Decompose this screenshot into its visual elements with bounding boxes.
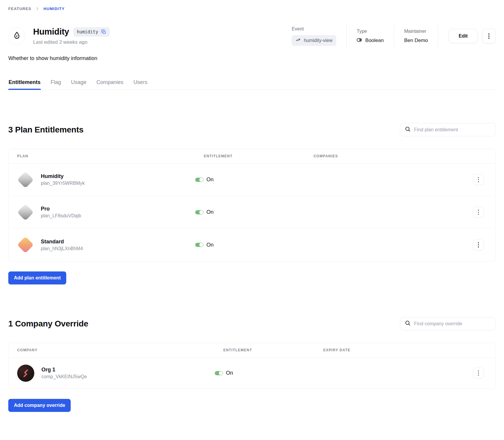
add-company-override-button[interactable]: Add company override — [8, 399, 71, 412]
column-header-companies: Companies — [305, 154, 473, 158]
row-kebab-menu-button[interactable] — [473, 240, 484, 250]
breadcrumb-humidity: HUMIDITY — [43, 7, 65, 11]
column-header-plan: Plan — [9, 154, 195, 158]
plan-name: Humidity — [41, 173, 85, 179]
search-icon — [405, 320, 411, 327]
maintainer-label: Maintainer — [404, 29, 428, 34]
column-header-company: Company — [9, 348, 215, 352]
tab-users[interactable]: Users — [133, 77, 148, 90]
company-avatar — [17, 365, 34, 382]
entitlement-toggle[interactable]: On — [195, 242, 305, 248]
plan-table-header: Plan Entitlement Companies — [9, 149, 495, 164]
company-override-table: Company Entitlement Expiry Date Org 1 co… — [8, 343, 496, 389]
company-override-search-input[interactable] — [414, 321, 491, 326]
plan-name: Pro — [41, 206, 81, 212]
tab-flag[interactable]: Flag — [50, 77, 61, 90]
kebab-icon — [478, 371, 479, 376]
chevron-right-icon — [35, 7, 39, 11]
breadcrumb: FEATURES HUMIDITY — [8, 7, 496, 11]
plan-id: plan_hN3jLXnBhM4 — [41, 246, 83, 251]
feature-detail-page: FEATURES HUMIDITY Humidity humidity — [0, 0, 504, 424]
feature-key-badge: humidity — [73, 27, 110, 37]
copy-icon[interactable] — [101, 29, 106, 34]
entitlement-state: On — [206, 242, 214, 248]
entitlement-state: On — [226, 370, 233, 376]
plan-entitlement-search[interactable] — [400, 123, 496, 136]
last-edited-text: Last edited 2 weeks ago — [33, 39, 282, 45]
kebab-icon — [478, 210, 479, 215]
trending-up-icon — [295, 37, 301, 44]
table-row-company-org1[interactable]: Org 1 comp_VkKEtNJ5wQe On — [9, 358, 495, 389]
row-kebab-menu-button[interactable] — [473, 174, 484, 185]
feature-header: Humidity humidity Last edited 2 weeks ag… — [8, 25, 496, 48]
meta-maintainer: Maintainer Ben Demo — [394, 29, 438, 43]
company-override-header: 1 Company Override — [8, 317, 496, 330]
toggle-on-icon — [195, 243, 203, 247]
table-row-plan-humidity[interactable]: Humidity plan_39Yr5WRBMyk On — [9, 164, 495, 196]
meta-type: Type Boolean — [347, 29, 394, 43]
event-value: humidity-view — [304, 38, 332, 43]
feature-avatar — [8, 28, 25, 45]
type-label: Type — [357, 29, 384, 34]
event-label: Event — [292, 26, 336, 32]
plan-entitlements-header: 3 Plan Entitlements — [8, 123, 496, 136]
type-value: Boolean — [365, 38, 384, 43]
plan-id: plan_LF8sduVDqib — [41, 213, 81, 219]
event-pill[interactable]: humidity-view — [292, 35, 336, 46]
entitlement-toggle[interactable]: On — [195, 177, 305, 183]
breadcrumb-features[interactable]: FEATURES — [8, 7, 31, 11]
page-title: Humidity — [33, 27, 69, 37]
company-override-title: 1 Company Override — [8, 319, 88, 329]
tab-entitlements[interactable]: Entitlements — [8, 77, 41, 90]
boolean-toggle-icon — [357, 38, 363, 43]
company-name: Org 1 — [41, 367, 87, 373]
company-override-search[interactable] — [400, 317, 496, 330]
toggle-on-icon — [195, 210, 203, 214]
column-header-entitlement: Entitlement — [215, 348, 315, 352]
add-plan-entitlement-button[interactable]: Add plan entitlement — [8, 271, 66, 284]
plan-name: Standard — [41, 239, 83, 245]
table-row-plan-standard[interactable]: Standard plan_hN3jLXnBhM4 On — [9, 229, 495, 261]
edit-button[interactable]: Edit — [448, 29, 478, 43]
company-id: comp_VkKEtNJ5wQe — [41, 374, 87, 379]
plan-entitlements-table: Plan Entitlement Companies Humidity plan… — [8, 149, 496, 261]
maintainer-value: Ben Demo — [404, 38, 428, 43]
row-kebab-menu-button[interactable] — [473, 207, 484, 218]
feature-key-text: humidity — [77, 29, 98, 35]
entitlement-state: On — [206, 209, 214, 215]
divider — [438, 25, 438, 48]
toggle-on-icon — [195, 178, 203, 182]
search-icon — [405, 126, 411, 133]
row-kebab-menu-button[interactable] — [473, 368, 484, 378]
tab-companies[interactable]: Companies — [96, 77, 124, 90]
kebab-icon — [478, 177, 479, 182]
column-header-entitlement: Entitlement — [195, 154, 305, 158]
org-logo-icon — [21, 368, 31, 379]
header-kebab-menu-button[interactable] — [482, 29, 496, 43]
plan-id: plan_39Yr5WRBMyk — [41, 181, 85, 186]
tab-usage[interactable]: Usage — [71, 77, 87, 90]
column-header-expiry-date: Expiry Date — [315, 348, 473, 352]
plan-entitlements-title: 3 Plan Entitlements — [8, 125, 84, 135]
company-table-header: Company Entitlement Expiry Date — [9, 343, 495, 358]
plan-entitlement-search-input[interactable] — [414, 127, 491, 132]
kebab-icon — [488, 33, 490, 39]
feature-description: Whether to show humidity information — [8, 55, 496, 62]
table-row-plan-pro[interactable]: Pro plan_LF8sduVDqib On — [9, 196, 495, 229]
entitlement-state: On — [206, 177, 214, 183]
plan-icon — [17, 204, 34, 221]
meta-event: Event humidity-view — [282, 26, 346, 46]
entitlement-toggle[interactable]: On — [215, 370, 315, 376]
tab-bar: Entitlements Flag Usage Companies Users — [8, 77, 496, 90]
toggle-on-icon — [215, 371, 223, 375]
title-block: Humidity humidity Last edited 2 weeks ag… — [33, 27, 282, 45]
entitlement-toggle[interactable]: On — [195, 209, 305, 215]
droplet-icon — [12, 31, 21, 41]
plan-icon — [17, 237, 34, 253]
kebab-icon — [478, 242, 479, 248]
plan-icon — [17, 172, 34, 188]
